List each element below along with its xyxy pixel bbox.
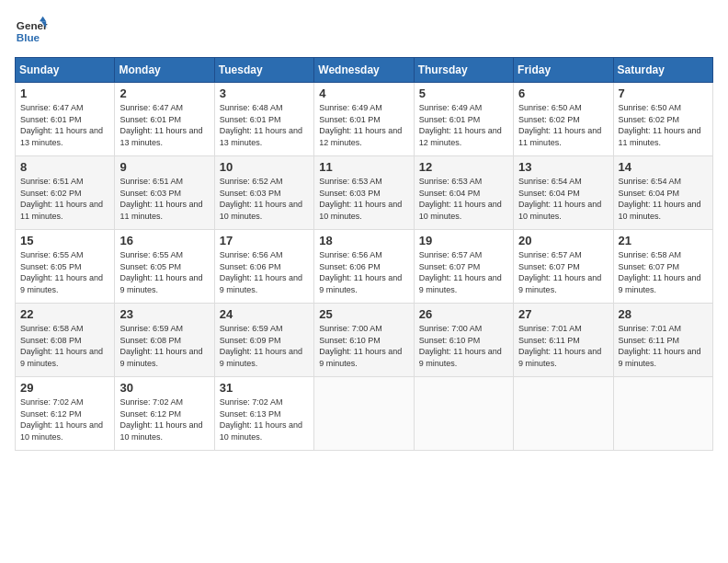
day-info: Sunrise: 6:56 AMSunset: 6:06 PMDaylight:… [220, 249, 309, 295]
day-info: Sunrise: 6:58 AMSunset: 6:08 PMDaylight:… [20, 323, 109, 369]
svg-text:Blue: Blue [17, 31, 40, 43]
calendar-cell [414, 377, 513, 451]
calendar-cell: 18Sunrise: 6:56 AMSunset: 6:06 PMDayligh… [314, 230, 414, 304]
weekday-header-thursday: Thursday [414, 58, 513, 83]
week-row-5: 29Sunrise: 7:02 AMSunset: 6:12 PMDayligh… [16, 377, 713, 451]
calendar-cell: 26Sunrise: 7:00 AMSunset: 6:10 PMDayligh… [414, 304, 513, 377]
calendar-cell: 22Sunrise: 6:58 AMSunset: 6:08 PMDayligh… [16, 304, 115, 377]
day-info: Sunrise: 6:47 AMSunset: 6:01 PMDaylight:… [119, 102, 209, 148]
day-info: Sunrise: 6:59 AMSunset: 6:09 PMDaylight:… [220, 323, 309, 369]
weekday-header-row: SundayMondayTuesdayWednesdayThursdayFrid… [16, 58, 713, 83]
day-number: 4 [319, 86, 408, 100]
calendar-cell: 19Sunrise: 6:57 AMSunset: 6:07 PMDayligh… [414, 230, 513, 304]
day-info: Sunrise: 7:01 AMSunset: 6:11 PMDaylight:… [518, 323, 608, 369]
day-number: 15 [20, 234, 109, 247]
weekday-header-saturday: Saturday [613, 58, 712, 83]
day-info: Sunrise: 6:51 AMSunset: 6:02 PMDaylight:… [20, 176, 109, 222]
day-number: 8 [20, 160, 109, 174]
day-number: 10 [220, 160, 309, 174]
calendar-cell: 30Sunrise: 7:02 AMSunset: 6:12 PMDayligh… [115, 377, 214, 451]
day-number: 25 [319, 307, 408, 321]
day-number: 24 [220, 307, 309, 321]
weekday-header-tuesday: Tuesday [214, 58, 313, 83]
calendar-cell: 17Sunrise: 6:56 AMSunset: 6:06 PMDayligh… [214, 230, 313, 304]
day-number: 29 [20, 381, 109, 395]
day-number: 27 [518, 307, 608, 321]
calendar-cell: 10Sunrise: 6:52 AMSunset: 6:03 PMDayligh… [214, 156, 313, 230]
day-number: 31 [220, 381, 309, 395]
calendar-cell: 27Sunrise: 7:01 AMSunset: 6:11 PMDayligh… [514, 304, 613, 377]
calendar-cell: 24Sunrise: 6:59 AMSunset: 6:09 PMDayligh… [214, 304, 313, 377]
day-info: Sunrise: 6:49 AMSunset: 6:01 PMDaylight:… [419, 102, 508, 148]
day-number: 11 [319, 160, 408, 174]
day-number: 5 [419, 86, 508, 100]
calendar-cell: 1Sunrise: 6:47 AMSunset: 6:01 PMDaylight… [16, 83, 115, 156]
weekday-header-sunday: Sunday [16, 58, 115, 83]
day-info: Sunrise: 6:49 AMSunset: 6:01 PMDaylight:… [319, 102, 408, 148]
day-info: Sunrise: 6:58 AMSunset: 6:07 PMDaylight:… [619, 249, 708, 295]
calendar-cell: 15Sunrise: 6:55 AMSunset: 6:05 PMDayligh… [16, 230, 115, 304]
week-row-2: 8Sunrise: 6:51 AMSunset: 6:02 PMDaylight… [16, 156, 713, 230]
calendar-cell: 28Sunrise: 7:01 AMSunset: 6:11 PMDayligh… [613, 304, 712, 377]
day-info: Sunrise: 6:50 AMSunset: 6:02 PMDaylight:… [619, 102, 708, 148]
calendar-cell: 9Sunrise: 6:51 AMSunset: 6:03 PMDaylight… [115, 156, 214, 230]
day-number: 18 [319, 234, 408, 247]
day-info: Sunrise: 6:48 AMSunset: 6:01 PMDaylight:… [220, 102, 309, 148]
day-number: 23 [119, 307, 209, 321]
weekday-header-wednesday: Wednesday [314, 58, 414, 83]
calendar-cell: 3Sunrise: 6:48 AMSunset: 6:01 PMDaylight… [214, 83, 313, 156]
day-info: Sunrise: 6:50 AMSunset: 6:02 PMDaylight:… [518, 102, 608, 148]
day-number: 26 [419, 307, 508, 321]
day-info: Sunrise: 6:47 AMSunset: 6:01 PMDaylight:… [20, 102, 109, 148]
day-number: 6 [518, 86, 608, 100]
calendar-cell: 12Sunrise: 6:53 AMSunset: 6:04 PMDayligh… [414, 156, 513, 230]
calendar-cell: 23Sunrise: 6:59 AMSunset: 6:08 PMDayligh… [115, 304, 214, 377]
calendar-cell: 8Sunrise: 6:51 AMSunset: 6:02 PMDaylight… [16, 156, 115, 230]
day-number: 2 [119, 86, 209, 100]
calendar-cell: 20Sunrise: 6:57 AMSunset: 6:07 PMDayligh… [514, 230, 613, 304]
calendar-cell: 16Sunrise: 6:55 AMSunset: 6:05 PMDayligh… [115, 230, 214, 304]
calendar-table: SundayMondayTuesdayWednesdayThursdayFrid… [15, 57, 713, 451]
calendar-cell: 7Sunrise: 6:50 AMSunset: 6:02 PMDaylight… [613, 83, 712, 156]
day-number: 13 [518, 160, 608, 174]
day-info: Sunrise: 7:02 AMSunset: 6:12 PMDaylight:… [119, 396, 209, 442]
calendar-cell: 4Sunrise: 6:49 AMSunset: 6:01 PMDaylight… [314, 83, 414, 156]
day-number: 20 [518, 234, 608, 247]
day-number: 28 [619, 307, 708, 321]
day-info: Sunrise: 6:51 AMSunset: 6:03 PMDaylight:… [119, 176, 209, 222]
page-header: General Blue [15, 15, 713, 48]
day-info: Sunrise: 6:53 AMSunset: 6:04 PMDaylight:… [419, 176, 508, 222]
day-number: 3 [220, 86, 309, 100]
day-number: 21 [619, 234, 708, 247]
calendar-cell: 5Sunrise: 6:49 AMSunset: 6:01 PMDaylight… [414, 83, 513, 156]
day-info: Sunrise: 7:00 AMSunset: 6:10 PMDaylight:… [419, 323, 508, 369]
calendar-cell: 21Sunrise: 6:58 AMSunset: 6:07 PMDayligh… [613, 230, 712, 304]
calendar-cell [314, 377, 414, 451]
week-row-4: 22Sunrise: 6:58 AMSunset: 6:08 PMDayligh… [16, 304, 713, 377]
calendar-cell [514, 377, 613, 451]
logo: General Blue [15, 15, 48, 48]
day-number: 9 [119, 160, 209, 174]
weekday-header-friday: Friday [514, 58, 613, 83]
day-info: Sunrise: 6:54 AMSunset: 6:04 PMDaylight:… [619, 176, 708, 222]
day-number: 16 [119, 234, 209, 247]
week-row-3: 15Sunrise: 6:55 AMSunset: 6:05 PMDayligh… [16, 230, 713, 304]
day-info: Sunrise: 6:59 AMSunset: 6:08 PMDaylight:… [119, 323, 209, 369]
calendar-cell: 14Sunrise: 6:54 AMSunset: 6:04 PMDayligh… [613, 156, 712, 230]
calendar-cell: 31Sunrise: 7:02 AMSunset: 6:13 PMDayligh… [214, 377, 313, 451]
day-info: Sunrise: 7:01 AMSunset: 6:11 PMDaylight:… [619, 323, 708, 369]
day-number: 17 [220, 234, 309, 247]
logo-icon: General Blue [15, 15, 48, 48]
calendar-cell: 11Sunrise: 6:53 AMSunset: 6:03 PMDayligh… [314, 156, 414, 230]
calendar-cell: 6Sunrise: 6:50 AMSunset: 6:02 PMDaylight… [514, 83, 613, 156]
calendar-cell: 25Sunrise: 7:00 AMSunset: 6:10 PMDayligh… [314, 304, 414, 377]
day-number: 1 [20, 86, 109, 100]
day-info: Sunrise: 6:53 AMSunset: 6:03 PMDaylight:… [319, 176, 408, 222]
day-number: 14 [619, 160, 708, 174]
calendar-cell [613, 377, 712, 451]
calendar-cell: 13Sunrise: 6:54 AMSunset: 6:04 PMDayligh… [514, 156, 613, 230]
day-info: Sunrise: 6:57 AMSunset: 6:07 PMDaylight:… [419, 249, 508, 295]
day-number: 19 [419, 234, 508, 247]
day-info: Sunrise: 6:55 AMSunset: 6:05 PMDaylight:… [119, 249, 209, 295]
weekday-header-monday: Monday [115, 58, 214, 83]
